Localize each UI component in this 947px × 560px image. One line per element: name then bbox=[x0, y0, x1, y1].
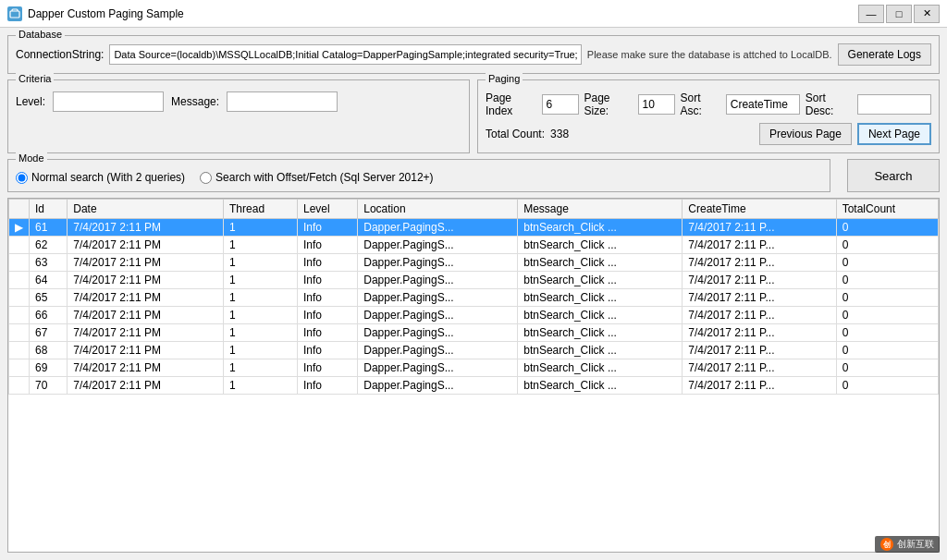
window-controls: — □ ✕ bbox=[858, 5, 940, 23]
row-level-cell: Info bbox=[297, 324, 357, 342]
row-message-cell: btnSearch_Click ... bbox=[518, 289, 683, 307]
connection-string-input[interactable] bbox=[109, 44, 581, 65]
row-message-cell: btnSearch_Click ... bbox=[518, 254, 683, 272]
row-location-cell: Dapper.PagingS... bbox=[358, 342, 518, 359]
row-level-cell: Info bbox=[297, 237, 357, 254]
row-message-cell: btnSearch_Click ... bbox=[518, 272, 683, 289]
row-createtime-cell: 7/4/2017 2:11 P... bbox=[683, 307, 836, 324]
connection-string-label: ConnectionString: bbox=[16, 48, 104, 61]
row-thread-cell: 1 bbox=[224, 289, 298, 307]
database-group: Database ConnectionString: Please make s… bbox=[7, 35, 940, 74]
row-location-cell: Dapper.PagingS... bbox=[358, 272, 518, 289]
close-button[interactable]: ✕ bbox=[914, 5, 940, 23]
row-location-cell: Dapper.PagingS... bbox=[358, 289, 518, 307]
mode-group: Mode Normal search (With 2 queries) Sear… bbox=[7, 159, 830, 192]
row-totalcount-cell: 0 bbox=[836, 254, 938, 272]
row-id-cell: 70 bbox=[30, 377, 68, 395]
mode-option-1-label: Normal search (With 2 queries) bbox=[31, 171, 185, 184]
row-arrow-cell bbox=[9, 289, 30, 307]
paging-row1: Page Index Page Size: Sort Asc: Sort Des… bbox=[486, 84, 931, 117]
table-row[interactable]: 637/4/2017 2:11 PM1InfoDapper.PagingS...… bbox=[9, 254, 939, 272]
row-id-cell: 63 bbox=[30, 254, 68, 272]
table-header-row: Id Date Thread Level Location Message Cr… bbox=[9, 200, 939, 219]
minimize-button[interactable]: — bbox=[858, 5, 884, 23]
mode-option-1[interactable]: Normal search (With 2 queries) bbox=[16, 171, 185, 184]
row-location-cell: Dapper.PagingS... bbox=[358, 237, 518, 254]
row-level-cell: Info bbox=[297, 377, 357, 395]
row-level-cell: Info bbox=[297, 289, 357, 307]
row-totalcount-cell: 0 bbox=[836, 359, 938, 377]
table-row[interactable]: 707/4/2017 2:11 PM1InfoDapper.PagingS...… bbox=[9, 377, 939, 395]
mode-row: Normal search (With 2 queries) Search wi… bbox=[16, 164, 822, 184]
level-input[interactable] bbox=[53, 91, 164, 112]
database-row: ConnectionString: Please make sure the d… bbox=[16, 40, 931, 66]
search-button[interactable]: Search bbox=[847, 159, 940, 192]
row-location-cell: Dapper.PagingS... bbox=[358, 307, 518, 324]
mode-radio-1[interactable] bbox=[16, 172, 28, 184]
page-index-label: Page Index bbox=[486, 91, 536, 117]
table-row[interactable]: ▶617/4/2017 2:11 PM1InfoDapper.PagingS..… bbox=[9, 219, 939, 237]
row-date-cell: 7/4/2017 2:11 PM bbox=[68, 237, 224, 254]
row-date-cell: 7/4/2017 2:11 PM bbox=[68, 254, 224, 272]
title-bar-left: Dapper Custom Paging Sample bbox=[7, 6, 184, 21]
app-window: Dapper Custom Paging Sample — □ ✕ Databa… bbox=[0, 0, 947, 560]
generate-logs-button[interactable]: Generate Logs bbox=[838, 43, 931, 66]
table-row[interactable]: 687/4/2017 2:11 PM1InfoDapper.PagingS...… bbox=[9, 342, 939, 359]
title-bar: Dapper Custom Paging Sample — □ ✕ bbox=[0, 0, 947, 28]
row-totalcount-cell: 0 bbox=[836, 377, 938, 395]
database-group-label: Database bbox=[16, 29, 65, 40]
table-row[interactable]: 667/4/2017 2:11 PM1InfoDapper.PagingS...… bbox=[9, 307, 939, 324]
row-location-cell: Dapper.PagingS... bbox=[358, 254, 518, 272]
row-location-cell: Dapper.PagingS... bbox=[358, 359, 518, 377]
row-date-cell: 7/4/2017 2:11 PM bbox=[68, 359, 224, 377]
row-thread-cell: 1 bbox=[224, 272, 298, 289]
row-thread-cell: 1 bbox=[224, 377, 298, 395]
table-row[interactable]: 647/4/2017 2:11 PM1InfoDapper.PagingS...… bbox=[9, 272, 939, 289]
mode-radio-2[interactable] bbox=[200, 172, 212, 184]
row-thread-cell: 1 bbox=[224, 307, 298, 324]
row-arrow-cell bbox=[9, 342, 30, 359]
next-page-button[interactable]: Next Page bbox=[857, 123, 931, 145]
row-message-cell: btnSearch_Click ... bbox=[518, 219, 683, 237]
criteria-fields: Level: Message: bbox=[16, 84, 461, 112]
table-row[interactable]: 697/4/2017 2:11 PM1InfoDapper.PagingS...… bbox=[9, 359, 939, 377]
page-size-input[interactable] bbox=[638, 94, 675, 115]
mode-option-2-label: Search with Offset/Fetch (Sql Server 201… bbox=[215, 171, 434, 184]
row-date-cell: 7/4/2017 2:11 PM bbox=[68, 219, 224, 237]
total-count-label: Total Count: bbox=[486, 128, 545, 140]
previous-page-button[interactable]: Previous Page bbox=[759, 123, 852, 145]
sort-desc-input[interactable] bbox=[857, 94, 931, 115]
maximize-button[interactable]: □ bbox=[886, 5, 912, 23]
row-date-cell: 7/4/2017 2:11 PM bbox=[68, 377, 224, 395]
row-totalcount-cell: 0 bbox=[836, 342, 938, 359]
table-row[interactable]: 627/4/2017 2:11 PM1InfoDapper.PagingS...… bbox=[9, 237, 939, 254]
col-level: Level bbox=[297, 200, 357, 219]
message-input[interactable] bbox=[227, 91, 338, 112]
page-size-label: Page Size: bbox=[584, 91, 633, 117]
table-row[interactable]: 677/4/2017 2:11 PM1InfoDapper.PagingS...… bbox=[9, 324, 939, 342]
row-createtime-cell: 7/4/2017 2:11 P... bbox=[683, 377, 836, 395]
row-level-cell: Info bbox=[297, 272, 357, 289]
col-date: Date bbox=[68, 200, 224, 219]
criteria-group-label: Criteria bbox=[16, 73, 54, 84]
page-index-input[interactable] bbox=[542, 94, 579, 115]
row-message-cell: btnSearch_Click ... bbox=[518, 324, 683, 342]
row-totalcount-cell: 0 bbox=[836, 237, 938, 254]
row-thread-cell: 1 bbox=[224, 237, 298, 254]
row-id-cell: 64 bbox=[30, 272, 68, 289]
col-totalcount: TotalCount bbox=[836, 200, 938, 219]
row-level-cell: Info bbox=[297, 254, 357, 272]
sort-asc-input[interactable] bbox=[726, 94, 800, 115]
message-label: Message: bbox=[171, 95, 219, 108]
row-date-cell: 7/4/2017 2:11 PM bbox=[68, 324, 224, 342]
row-arrow-cell bbox=[9, 324, 30, 342]
table-row[interactable]: 657/4/2017 2:11 PM1InfoDapper.PagingS...… bbox=[9, 289, 939, 307]
row-createtime-cell: 7/4/2017 2:11 P... bbox=[683, 324, 836, 342]
row-level-cell: Info bbox=[297, 359, 357, 377]
row-createtime-cell: 7/4/2017 2:11 P... bbox=[683, 342, 836, 359]
watermark: 创 创新互联 bbox=[875, 536, 940, 553]
mode-option-2[interactable]: Search with Offset/Fetch (Sql Server 201… bbox=[200, 171, 434, 184]
main-content: Database ConnectionString: Please make s… bbox=[0, 28, 947, 560]
row-totalcount-cell: 0 bbox=[836, 324, 938, 342]
row-date-cell: 7/4/2017 2:11 PM bbox=[68, 307, 224, 324]
